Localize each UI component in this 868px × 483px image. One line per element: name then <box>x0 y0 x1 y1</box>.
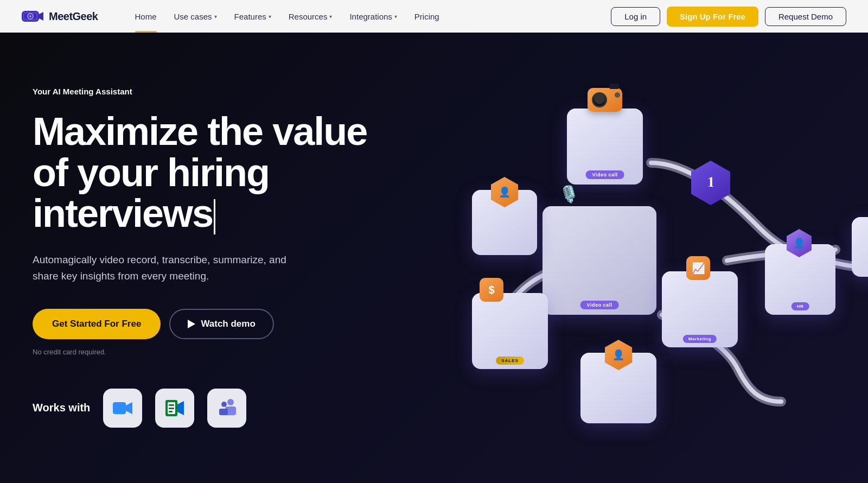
hero-title-line1: Maximize the value <box>33 110 367 153</box>
cube-video-call: Video call <box>567 109 643 185</box>
logo-icon <box>22 9 43 23</box>
cube-main-label: Video call <box>580 301 619 309</box>
login-button[interactable]: Log in <box>611 7 660 26</box>
cube-cxo: 👤 CxO <box>852 217 868 277</box>
watch-demo-label: Watch demo <box>201 319 255 329</box>
svg-rect-7 <box>113 402 126 414</box>
hero-label: Your AI Meeting Assistant <box>33 87 367 96</box>
works-with-label: Works with <box>33 402 90 414</box>
svg-point-4 <box>29 15 31 17</box>
hero-description: Automagically video record, transcribe, … <box>33 252 315 285</box>
teams-icon <box>215 397 238 420</box>
nav-link-features[interactable]: Features ▾ <box>226 0 280 33</box>
logo-text: MeetGeek <box>49 10 98 23</box>
svg-rect-13 <box>169 408 174 409</box>
svg-rect-12 <box>169 404 174 406</box>
chevron-down-icon: ▾ <box>214 14 217 20</box>
hero-title-line3: interviews <box>33 192 213 235</box>
chevron-down-icon: ▾ <box>329 14 332 20</box>
chevron-down-icon: ▾ <box>394 14 397 20</box>
request-demo-button[interactable]: Request Demo <box>765 7 846 26</box>
cube-main-center: 🎙️ Video call <box>542 206 656 315</box>
integration-teams[interactable] <box>207 389 246 428</box>
video-call-label: Video call <box>586 170 624 179</box>
svg-point-17 <box>221 402 227 407</box>
marketing-label: Marketing <box>683 335 717 343</box>
svg-point-15 <box>227 399 234 405</box>
hero-illustration: Video call 𝟏 🎙️ Video call 👤 $ <box>423 54 868 483</box>
chevron-down-icon: ▾ <box>269 14 271 20</box>
logo[interactable]: MeetGeek <box>22 9 98 23</box>
svg-rect-18 <box>219 409 228 415</box>
watch-demo-button[interactable]: Watch demo <box>169 309 273 339</box>
hero-title-line2: of your hiring <box>33 151 269 194</box>
nav-link-integrations[interactable]: Integrations ▾ <box>341 0 405 33</box>
hex-badge: 𝟏 <box>691 161 730 205</box>
hero-title: Maximize the value of your hiring interv… <box>33 111 367 234</box>
nav-link-pricing[interactable]: Pricing <box>406 0 448 33</box>
google-meet-icon <box>163 397 186 420</box>
play-icon <box>188 320 195 328</box>
nav-links: Home Use cases ▾ Features ▾ Resources ▾ … <box>126 0 594 33</box>
cube-marketing: 📈 Marketing <box>662 271 738 347</box>
navigation: MeetGeek Home Use cases ▾ Features ▾ Res… <box>0 0 868 33</box>
cube-left: 👤 <box>472 190 537 255</box>
nav-link-use-cases[interactable]: Use cases ▾ <box>165 0 226 33</box>
nav-link-home[interactable]: Home <box>126 0 165 33</box>
svg-rect-14 <box>169 411 173 412</box>
get-started-button[interactable]: Get Started For Free <box>33 309 161 339</box>
cube-hr: 👤 HR <box>765 244 835 315</box>
hr-label: HR <box>792 302 809 310</box>
integration-google-meet[interactable] <box>155 389 194 428</box>
cube-bottom-mid: 👤 <box>580 353 656 423</box>
zoom-icon <box>111 397 134 420</box>
cube-sales: $ SALES <box>472 293 548 369</box>
nav-actions: Log in Sign Up For Free Request Demo <box>611 7 846 27</box>
hero-section: Your AI Meeting Assistant Maximize the v… <box>0 33 868 483</box>
integration-zoom[interactable] <box>103 389 142 428</box>
nav-link-resources[interactable]: Resources ▾ <box>280 0 341 33</box>
illustration-scene: Video call 𝟏 🎙️ Video call 👤 $ <box>423 54 868 483</box>
text-cursor <box>214 199 215 234</box>
svg-marker-11 <box>177 401 184 415</box>
no-credit-card-text: No credit card required. <box>33 348 367 356</box>
signup-button[interactable]: Sign Up For Free <box>667 7 758 27</box>
svg-marker-5 <box>39 12 43 21</box>
hero-cta: Get Started For Free Watch demo <box>33 309 367 339</box>
hero-content: Your AI Meeting Assistant Maximize the v… <box>33 76 367 428</box>
sales-label: SALES <box>496 357 524 365</box>
works-with-section: Works with <box>33 389 367 428</box>
